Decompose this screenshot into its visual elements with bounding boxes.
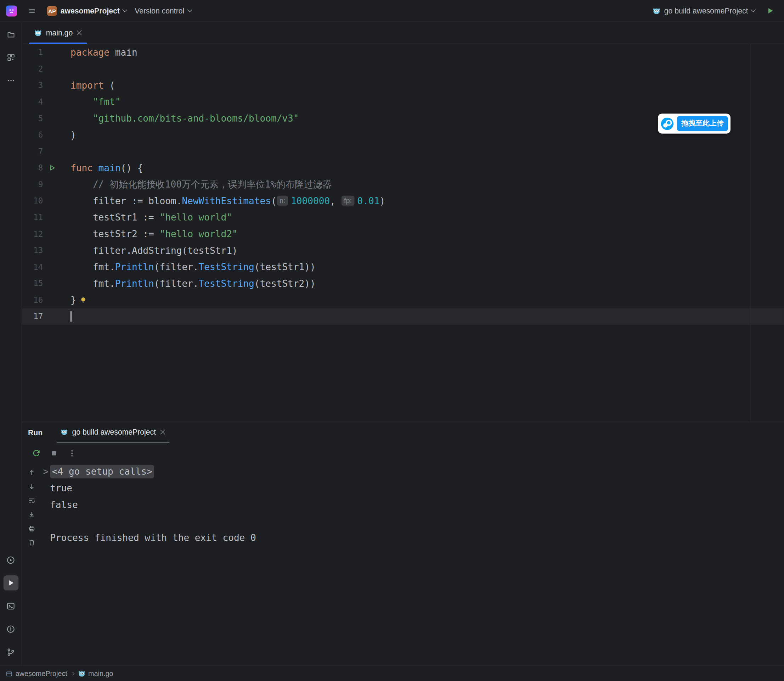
code-line[interactable]: 12 testStr2 := "hello world2" xyxy=(22,226,784,242)
chevron-down-icon xyxy=(123,8,128,13)
rerun-button[interactable] xyxy=(30,447,42,459)
run-tab[interactable]: go build awesomeProject xyxy=(57,422,169,443)
console-line xyxy=(22,513,784,530)
activity-bar-bottom xyxy=(3,552,18,659)
code-line[interactable]: 2 xyxy=(22,61,784,77)
app-logo[interactable] xyxy=(6,5,17,16)
problems-tool-button[interactable] xyxy=(3,621,18,636)
hamburger-menu-button[interactable] xyxy=(25,4,40,18)
stop-button[interactable] xyxy=(48,447,60,459)
netdisk-icon xyxy=(660,117,674,130)
module-icon xyxy=(6,670,13,677)
project-name: awesomeProject xyxy=(60,6,120,15)
code-line[interactable]: 4 "fmt" xyxy=(22,93,784,110)
code-text xyxy=(71,311,71,322)
upload-overlay[interactable]: 拖拽至此上传 xyxy=(658,114,730,133)
line-number[interactable]: 2 xyxy=(22,64,43,74)
code-line[interactable]: 11 testStr1 := "hello world" xyxy=(22,209,784,226)
main-toolbar: AP awesomeProject Version control go bui… xyxy=(0,0,784,22)
run-tab-label: go build awesomeProject xyxy=(72,428,156,436)
tab-main-go[interactable]: main.go xyxy=(28,22,88,44)
console-line: ><4 go setup calls> xyxy=(22,463,784,480)
code-editor[interactable]: 1package main23import (4 "fmt"5 "github.… xyxy=(22,44,784,422)
line-number[interactable]: 17 xyxy=(22,312,43,321)
console-line: true xyxy=(22,480,784,496)
code-line[interactable]: 15 fmt.Println(filter.TestString(testStr… xyxy=(22,275,784,292)
services-icon xyxy=(6,556,15,564)
line-number[interactable]: 5 xyxy=(22,114,43,123)
line-number[interactable]: 8 xyxy=(22,163,43,173)
code-text: import ( xyxy=(71,80,115,91)
chevron-down-icon xyxy=(187,8,192,13)
line-number[interactable]: 16 xyxy=(22,295,43,305)
project-selector[interactable]: AP awesomeProject xyxy=(47,6,127,16)
code-line[interactable]: 14 fmt.Println(filter.TestString(testStr… xyxy=(22,259,784,276)
toolbar-right-group: go build awesomeProject xyxy=(653,4,778,18)
terminal-tool-button[interactable] xyxy=(3,599,18,613)
gopher-icon xyxy=(77,670,85,677)
line-number[interactable]: 6 xyxy=(22,130,43,140)
run-tool-window-button[interactable] xyxy=(3,575,18,590)
text-caret xyxy=(71,311,71,322)
line-number[interactable]: 11 xyxy=(22,213,43,222)
status-bar: awesomeProject main.go xyxy=(0,665,784,681)
code-line[interactable]: 1package main xyxy=(22,44,784,61)
code-text: package main xyxy=(71,47,138,58)
line-number[interactable]: 4 xyxy=(22,97,43,107)
console[interactable]: ><4 go setup calls>truefalseProcess fini… xyxy=(22,463,784,665)
version-control-tool-button[interactable] xyxy=(3,645,18,659)
close-tab-icon[interactable] xyxy=(76,30,82,36)
code-line[interactable]: 9 // 初始化能接收100万个元素，误判率位1%的布隆过滤器 xyxy=(22,176,784,193)
code-line[interactable]: 10 filter := bloom.NewWithEstimates(n:10… xyxy=(22,193,784,209)
console-output-text: Process finished with the exit code 0 xyxy=(50,532,256,543)
breadcrumb-project[interactable]: awesomeProject xyxy=(6,669,67,678)
code-text: testStr1 := "hello world" xyxy=(71,212,232,223)
line-number[interactable]: 3 xyxy=(22,81,43,90)
line-number[interactable]: 7 xyxy=(22,147,43,156)
line-number[interactable]: 9 xyxy=(22,180,43,189)
more-tool-windows-button[interactable] xyxy=(3,73,18,88)
code-line[interactable]: 8func main() { xyxy=(22,160,784,176)
run-gutter-icon[interactable] xyxy=(43,165,71,171)
stop-icon xyxy=(50,449,58,457)
services-tool-button[interactable] xyxy=(3,552,18,567)
run-tool-window-header: Run go build awesomeProject xyxy=(22,422,784,443)
intention-bulb-icon[interactable] xyxy=(80,297,87,304)
project-tool-button[interactable] xyxy=(3,27,18,42)
run-button[interactable] xyxy=(763,4,777,18)
project-avatar: AP xyxy=(47,6,57,16)
folded-output-chip[interactable]: <4 go setup calls> xyxy=(50,465,154,478)
line-number[interactable]: 15 xyxy=(22,279,43,288)
run-toolbar xyxy=(22,443,784,463)
code-text: ) xyxy=(71,130,76,140)
code-lines: 1package main23import (4 "fmt"5 "github.… xyxy=(22,44,784,325)
fold-arrow-icon[interactable]: > xyxy=(43,463,49,480)
code-text: } xyxy=(71,295,87,305)
run-icon xyxy=(7,579,15,587)
code-line[interactable]: 13 filter.AddString(testStr1) xyxy=(22,242,784,259)
chevron-down-icon xyxy=(751,8,756,13)
console-options-button[interactable] xyxy=(66,447,78,459)
console-output-text: false xyxy=(50,499,78,510)
structure-tool-button[interactable] xyxy=(3,50,18,65)
close-run-tab-icon[interactable] xyxy=(160,429,166,435)
upload-drop-button[interactable]: 拖拽至此上传 xyxy=(677,116,728,131)
line-number[interactable]: 14 xyxy=(22,262,43,272)
hamburger-icon xyxy=(28,7,36,15)
line-number[interactable]: 12 xyxy=(22,229,43,239)
more-icon xyxy=(7,76,15,85)
console-lines: ><4 go setup calls>truefalseProcess fini… xyxy=(22,463,784,546)
code-line[interactable]: 16} xyxy=(22,292,784,309)
code-line[interactable]: 7 xyxy=(22,143,784,160)
run-play-icon xyxy=(766,7,774,14)
code-line[interactable]: 17 xyxy=(22,308,784,325)
code-text: fmt.Println(filter.TestString(testStr2)) xyxy=(71,278,316,289)
code-line[interactable]: 3import ( xyxy=(22,77,784,93)
version-control-menu[interactable]: Version control xyxy=(134,6,191,15)
line-number[interactable]: 13 xyxy=(22,245,43,255)
breadcrumb-label: main.go xyxy=(88,669,113,678)
run-configuration-selector[interactable]: go build awesomeProject xyxy=(653,6,755,15)
line-number[interactable]: 1 xyxy=(22,48,43,57)
line-number[interactable]: 10 xyxy=(22,196,43,206)
breadcrumb-file[interactable]: main.go xyxy=(77,669,113,678)
